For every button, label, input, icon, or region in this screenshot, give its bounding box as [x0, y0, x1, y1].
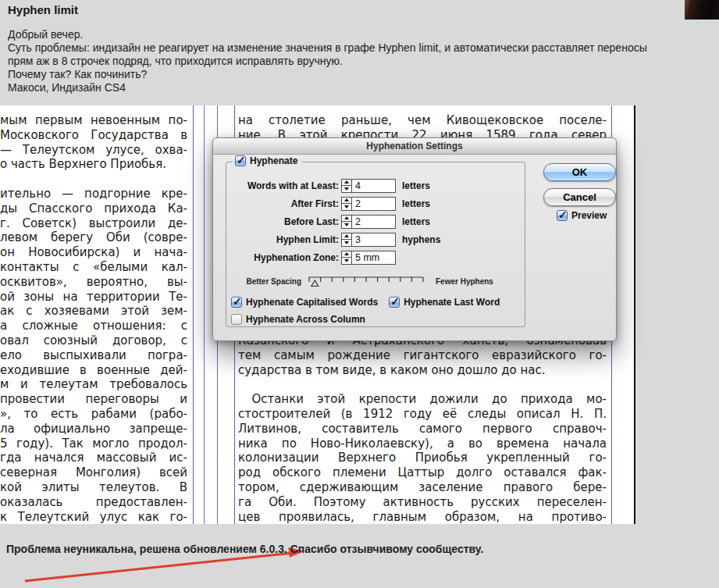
field-input[interactable]: 2	[341, 197, 396, 211]
stepper-down-icon[interactable]	[342, 240, 351, 246]
post-body: Добрый вечер. Суть проблемы: индизайн не…	[8, 28, 719, 94]
field-label: Words with at Least:	[230, 180, 339, 191]
document-text-line: ело выспыхивали погра-	[0, 348, 187, 363]
post-line: Суть проблемы: индизайн не реагирует на …	[8, 41, 719, 55]
hyphenate-last-word-checkbox[interactable]	[389, 297, 400, 308]
document-text-line: мым первым невоенным по-	[0, 113, 187, 128]
hyphenation-slider[interactable]	[308, 275, 425, 289]
dialog-titlebar[interactable]: Hyphenation Settings	[213, 138, 616, 155]
preview-option[interactable]: Preview	[557, 210, 607, 221]
document-text-line: провестии переговоры и	[0, 392, 187, 407]
field-input[interactable]: 4	[341, 179, 396, 193]
document-text-line: ника по Ново-Николаевску), а во времена …	[238, 437, 607, 451]
hyphenate-across-column-checkbox[interactable]	[231, 314, 242, 325]
document-text-line: он Новосибирска) и нача-	[0, 245, 187, 260]
document-text-line: Московского Государства в	[0, 128, 187, 143]
document-text-line: колонизации Верхнего Приобья укрепленный…	[238, 451, 607, 465]
field-row: Before Last:2letters	[230, 212, 525, 230]
document-text-line: г. Советск) выстроили де-	[0, 216, 187, 231]
checkbox-row: Hyphenate Capitalised Words Hyphenate La…	[231, 294, 525, 311]
slider-thumb[interactable]	[311, 280, 319, 287]
field-unit: letters	[402, 198, 430, 209]
field-label: Hyphenation Zone:	[230, 252, 339, 263]
field-value[interactable]: 5 mm	[352, 251, 379, 264]
slider-track	[309, 277, 423, 282]
field-value[interactable]: 2	[352, 216, 361, 228]
stepper[interactable]	[342, 198, 352, 210]
field-value[interactable]: 4	[352, 180, 361, 192]
document-text-line: овал союзный договор, с	[0, 333, 187, 348]
resolution-note: Проблема неуникальна, решена обновлением…	[6, 543, 483, 555]
field-value[interactable]: 2	[352, 198, 361, 210]
stepper-up-icon[interactable]	[342, 233, 351, 241]
field-label: After First:	[230, 198, 339, 209]
document-text-line: тором, сдерживающим заселение правого бе…	[238, 480, 607, 495]
hyphenate-across-column-option[interactable]: Hyphenate Across Column	[231, 314, 365, 325]
stepper-down-icon[interactable]	[342, 186, 351, 192]
field-row: Hyphenation Zone:5 mm	[230, 248, 525, 266]
hyphenate-legend: Hyphenate	[233, 155, 302, 166]
page-title: Hyphen limit	[8, 3, 78, 16]
document-text-line: га Оби. Поэтому активность русских перес…	[238, 495, 607, 510]
document-text-line: на столетие раньше, чем Кивощековское по…	[238, 113, 607, 128]
stepper[interactable]	[342, 251, 352, 264]
stepper[interactable]	[342, 180, 352, 192]
field-row: Words with at Least:4letters	[230, 176, 525, 194]
document-text-line: северная Монголия) всей	[0, 465, 187, 480]
field-unit: letters	[402, 216, 430, 227]
hyphenate-capitalised-words-checkbox[interactable]	[231, 297, 242, 308]
column-guide	[204, 105, 205, 524]
preview-checkbox[interactable]	[557, 210, 568, 221]
avatar	[685, 0, 719, 20]
document-text-line: сударства в том виде, в каком оно дошло …	[238, 363, 607, 378]
document-text-line: ак с хозяевами этой зем-	[0, 304, 187, 319]
document-text-line: гда начался массовый ис-	[0, 451, 187, 465]
document-text-line: — Телеутском улусе, охва-	[0, 143, 187, 158]
hyphenate-capitalised-words-option[interactable]: Hyphenate Capitalised Words	[231, 297, 378, 308]
ok-button[interactable]: OK	[543, 163, 616, 181]
field-input[interactable]: 2	[341, 215, 396, 229]
document-text-line: Останки этой крепости дожили до прихода …	[238, 392, 607, 407]
post-line: Почему так? Как починить?	[8, 68, 719, 81]
checkbox-row: Hyphenate Across Column	[231, 311, 525, 328]
document-text-line: ой зоны на территории Те-	[0, 290, 187, 305]
document-text-line: о часть Верхнего Приобья.	[0, 157, 187, 172]
field-input[interactable]: 5 mm	[341, 251, 396, 265]
post-line: прям аж в 8 строчек подряд, что приходит…	[8, 55, 719, 68]
checkbox-label: Hyphenate Across Column	[246, 314, 365, 325]
field-row: Hyphen Limit:3hyphens	[230, 230, 525, 248]
stepper-up-icon[interactable]	[342, 180, 351, 187]
checkbox-label: Hyphenate Capitalised Words	[246, 297, 378, 308]
field-row: After First:2letters	[230, 194, 525, 212]
document-text-line: осквитов», вероятно, вы-	[0, 275, 187, 290]
stepper-up-icon[interactable]	[342, 198, 351, 205]
stepper-up-icon[interactable]	[342, 216, 351, 223]
document-text-line: тем самым рождение гигантского евразийск…	[238, 348, 607, 363]
stepper[interactable]	[342, 216, 352, 228]
hyphenate-last-word-option[interactable]: Hyphenate Last Word	[389, 297, 500, 308]
field-value[interactable]: 3	[352, 233, 361, 246]
document-text-line: род обского племени Цаттыр долго оставал…	[238, 465, 607, 480]
document-text-line: к Телеутский улус как го-	[0, 510, 187, 524]
stepper-down-icon[interactable]	[342, 258, 351, 264]
document-text-line: еходившие в военные дей-	[0, 363, 187, 378]
document-text-line: ла официально запреще-	[0, 422, 187, 437]
document-text-line: », то есть рабами (рабо-	[0, 407, 187, 422]
document-text-line: а сложные отношения: с	[0, 319, 187, 333]
document-text-line: оказалась предоставлен-	[0, 495, 187, 510]
stepper-up-icon[interactable]	[342, 251, 351, 258]
stepper-down-icon[interactable]	[342, 204, 351, 210]
document-text-line: м и телеутам требовалось	[0, 377, 187, 392]
document-text-line: ительно — подгорние кре-	[0, 187, 187, 201]
hyphenate-checkbox[interactable]	[235, 155, 246, 166]
document-text-line: стостроителей (в 1912 году её следы опис…	[238, 407, 607, 422]
stepper-down-icon[interactable]	[342, 222, 351, 228]
hyphenation-slider-row: Better Spacing Fewer Hyphens	[230, 273, 525, 294]
document-text-line: кой элиты телеутов. В	[0, 480, 187, 495]
cancel-button[interactable]: Cancel	[543, 188, 616, 206]
document-text-line: цев проявилась, главным образом, на прот…	[238, 510, 607, 524]
field-input[interactable]: 3	[341, 233, 396, 247]
hyphenate-group: Hyphenate Words with at Least:4lettersAf…	[226, 162, 525, 327]
document-text-line	[238, 377, 607, 392]
stepper[interactable]	[342, 233, 352, 246]
